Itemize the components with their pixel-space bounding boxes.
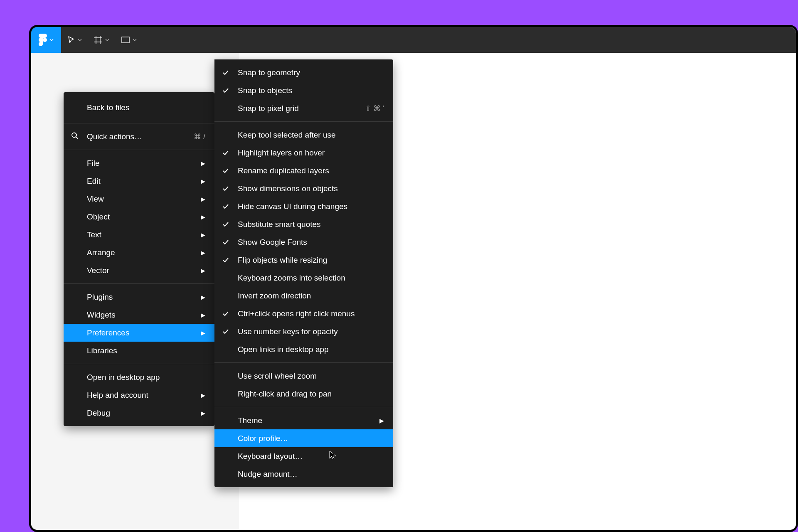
pref-invert-zoom[interactable]: Invert zoom direction [214,287,393,305]
figma-logo-icon [39,34,47,46]
move-tool-button[interactable] [61,27,88,53]
pref-color-profile[interactable]: Color profile… [214,429,393,447]
menu-separator [214,362,393,363]
chevron-down-icon [78,39,82,41]
chevron-right-icon: ▶ [201,294,205,300]
pref-number-keys-opacity[interactable]: Use number keys for opacity [214,323,393,340]
rectangle-tool-button[interactable] [115,27,143,53]
pref-flip-resizing[interactable]: Flip objects while resizing [214,251,393,269]
menu-item-label: Keyboard layout… [238,452,384,461]
menu-item-label: Plugins [87,293,201,302]
menu-item-label: Keyboard zooms into selection [238,273,384,283]
menu-item-shortcut: ⌘ / [194,132,205,141]
menu-item-open-desktop[interactable]: Open in desktop app [64,368,214,386]
cursor-icon [329,450,337,462]
menu-item-label: Snap to pixel grid [238,104,365,113]
menu-item-vector[interactable]: Vector ▶ [64,261,214,279]
pref-highlight-layers[interactable]: Highlight layers on hover [214,144,393,162]
menu-item-label: Snap to geometry [238,68,384,77]
menu-item-back-to-files[interactable]: Back to files [64,96,214,119]
menu-item-label: Vector [87,266,201,275]
figma-menu-button[interactable] [31,27,61,53]
chevron-right-icon: ▶ [201,160,205,167]
menu-item-file[interactable]: File ▶ [64,154,214,172]
menu-item-quick-actions[interactable]: Quick actions… ⌘ / [64,128,214,145]
menu-item-debug[interactable]: Debug ▶ [64,404,214,422]
menu-item-edit[interactable]: Edit ▶ [64,172,214,190]
pref-smart-quotes[interactable]: Substitute smart quotes [214,215,393,233]
move-tool-icon [67,36,75,44]
svg-point-0 [43,38,47,42]
pref-hide-canvas-ui[interactable]: Hide canvas UI during changes [214,197,393,215]
check-icon [223,327,229,336]
pref-ctrl-click-menus[interactable]: Ctrl+click opens right click menus [214,305,393,323]
menu-item-label: View [87,195,201,204]
chevron-right-icon: ▶ [201,410,205,416]
rectangle-tool-icon [121,35,130,44]
pref-google-fonts[interactable]: Show Google Fonts [214,233,393,251]
pref-show-dimensions[interactable]: Show dimensions on objects [214,180,393,197]
check-icon [223,220,229,229]
pref-snap-objects[interactable]: Snap to objects [214,81,393,99]
preferences-submenu: Snap to geometry Snap to objects Snap to… [214,59,393,487]
frame-tool-icon [94,35,103,44]
pref-snap-geometry[interactable]: Snap to geometry [214,64,393,81]
menu-item-label: Substitute smart quotes [238,220,384,229]
frame-tool-button[interactable] [88,27,115,53]
pref-right-click-pan[interactable]: Right-click and drag to pan [214,385,393,403]
figma-window: Back to files Quick actions… ⌘ / File ▶ … [29,25,798,532]
pref-keyboard-layout[interactable]: Keyboard layout… [214,447,393,465]
menu-item-plugins[interactable]: Plugins ▶ [64,288,214,306]
check-icon [223,86,229,95]
menu-item-label: Quick actions… [87,132,194,141]
menu-item-text[interactable]: Text ▶ [64,226,214,244]
menu-item-widgets[interactable]: Widgets ▶ [64,306,214,324]
menu-item-shortcut: ⇧ ⌘ ' [365,104,384,113]
menu-item-help[interactable]: Help and account ▶ [64,386,214,404]
menu-item-label: Highlight layers on hover [238,148,384,158]
pref-snap-pixel-grid[interactable]: Snap to pixel grid ⇧ ⌘ ' [214,99,393,117]
menu-item-label: Open links in desktop app [238,345,384,354]
menu-item-view[interactable]: View ▶ [64,190,214,208]
menu-item-label: Back to files [87,103,205,112]
menu-item-label: Use scroll wheel zoom [238,372,384,381]
check-icon [223,68,229,77]
menu-item-arrange[interactable]: Arrange ▶ [64,244,214,261]
menu-item-object[interactable]: Object ▶ [64,208,214,226]
chevron-down-icon [105,39,109,41]
check-icon [223,166,229,175]
svg-point-2 [72,133,76,137]
pref-scroll-wheel-zoom[interactable]: Use scroll wheel zoom [214,367,393,385]
menu-item-label: Arrange [87,248,201,257]
menu-separator [214,121,393,122]
menu-item-preferences[interactable]: Preferences ▶ [64,324,214,342]
menu-item-label: Help and account [87,391,201,400]
menu-item-label: Right-click and drag to pan [238,389,384,399]
chevron-right-icon: ▶ [201,214,205,220]
menu-separator [214,407,393,407]
menu-item-label: Nudge amount… [238,470,384,479]
menu-item-label: Flip objects while resizing [238,256,384,265]
main-menu: Back to files Quick actions… ⌘ / File ▶ … [64,92,214,426]
pref-keyboard-zoom-selection[interactable]: Keyboard zooms into selection [214,269,393,287]
menu-item-label: Hide canvas UI during changes [238,202,384,211]
chevron-down-icon [49,39,54,41]
menu-item-libraries[interactable]: Libraries [64,342,214,360]
search-icon [71,132,79,141]
chevron-right-icon: ▶ [201,196,205,202]
pref-open-links-desktop[interactable]: Open links in desktop app [214,340,393,358]
check-icon [223,309,229,318]
check-icon [223,202,229,211]
menu-item-label: Object [87,212,201,222]
menu-item-label: Ctrl+click opens right click menus [238,309,384,318]
pref-keep-tool-selected[interactable]: Keep tool selected after use [214,126,393,144]
menu-separator [64,364,214,364]
pref-theme[interactable]: Theme ▶ [214,411,393,429]
chevron-right-icon: ▶ [201,178,205,185]
menu-item-label: Preferences [87,328,201,337]
pref-rename-duplicated[interactable]: Rename duplicated layers [214,162,393,180]
pref-nudge-amount[interactable]: Nudge amount… [214,465,393,483]
chevron-right-icon: ▶ [379,417,384,424]
menu-item-label: Show dimensions on objects [238,184,384,193]
check-icon [223,238,229,247]
